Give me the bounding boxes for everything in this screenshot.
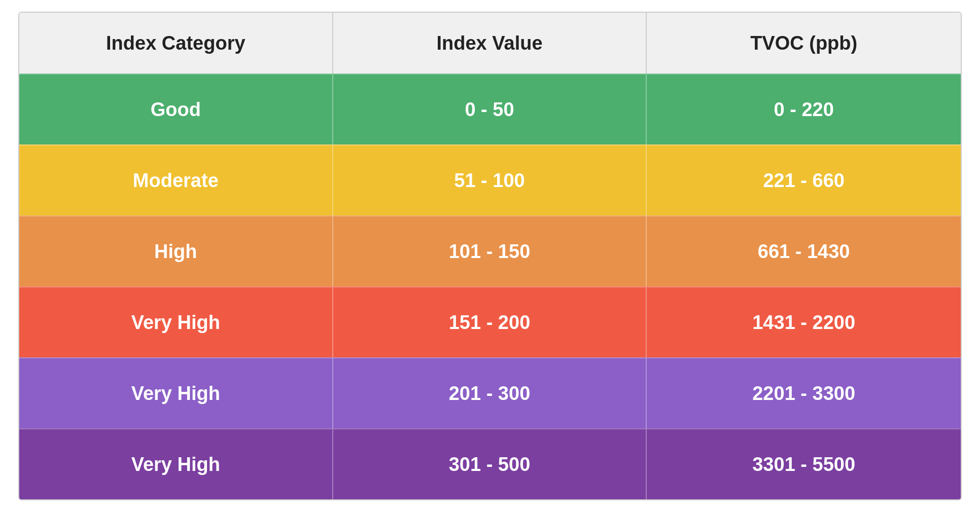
cell-tvoc: 0 - 220 (647, 75, 961, 144)
cell-index-value: 0 - 50 (333, 75, 647, 144)
table-row: Good0 - 500 - 220 (19, 74, 961, 144)
cell-category: High (19, 216, 333, 286)
table-row: Very High151 - 2001431 - 2200 (19, 286, 961, 357)
cell-tvoc: 221 - 660 (647, 145, 961, 215)
table-header-row: Index Category Index Value TVOC (ppb) (19, 13, 961, 74)
header-tvoc: TVOC (ppb) (647, 13, 961, 74)
table-row: High101 - 150661 - 1430 (19, 215, 961, 286)
air-quality-table: Index Category Index Value TVOC (ppb) Go… (18, 12, 962, 500)
header-index-value: Index Value (333, 13, 647, 74)
cell-tvoc: 661 - 1430 (647, 216, 961, 286)
table-row: Very High301 - 5003301 - 5500 (19, 428, 961, 499)
cell-tvoc: 2201 - 3300 (647, 358, 961, 428)
cell-tvoc: 1431 - 2200 (647, 287, 961, 357)
cell-category: Good (19, 75, 333, 144)
table-row: Very High201 - 3002201 - 3300 (19, 357, 961, 428)
table-row: Moderate51 - 100221 - 660 (19, 144, 961, 215)
cell-index-value: 101 - 150 (333, 216, 647, 286)
cell-tvoc: 3301 - 5500 (647, 429, 961, 499)
cell-category: Very High (19, 358, 333, 428)
cell-index-value: 151 - 200 (333, 287, 647, 357)
header-category: Index Category (19, 13, 333, 74)
cell-category: Very High (19, 429, 333, 499)
cell-category: Very High (19, 287, 333, 357)
cell-index-value: 51 - 100 (333, 145, 647, 215)
cell-index-value: 201 - 300 (333, 358, 647, 428)
cell-index-value: 301 - 500 (333, 429, 647, 499)
cell-category: Moderate (19, 145, 333, 215)
